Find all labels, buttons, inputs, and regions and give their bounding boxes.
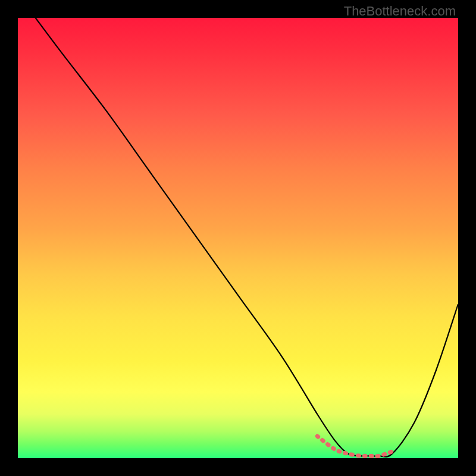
chart-plot-area [18, 18, 458, 458]
watermark-text: TheBottleneck.com [344, 4, 456, 19]
bottleneck-curve-path [36, 18, 458, 457]
bottleneck-curve-svg [18, 18, 458, 458]
optimal-range-path [317, 436, 392, 456]
